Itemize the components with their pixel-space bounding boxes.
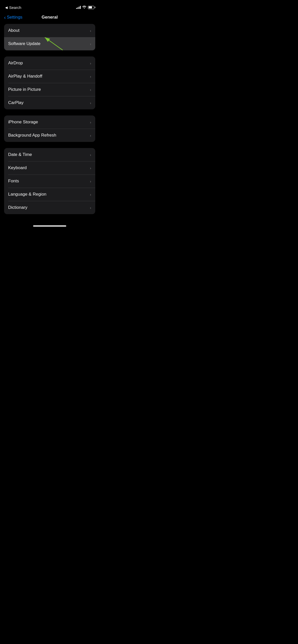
airdrop-chevron-icon: › <box>90 61 91 65</box>
language-region-label: Language & Region <box>8 192 46 197</box>
iphone-storage-row-right: › <box>90 120 91 124</box>
software-update-row[interactable]: Software Update › <box>4 37 95 50</box>
settings-group-4: Date & Time › Keyboard › Fonts › Languag… <box>4 148 95 214</box>
keyboard-row-right: › <box>90 166 91 170</box>
picture-in-picture-label: Picture in Picture <box>8 87 41 92</box>
dictionary-chevron-icon: › <box>90 206 91 210</box>
home-indicator-area <box>0 220 99 229</box>
settings-content: About › Software Update › AirDrop › AirP… <box>0 24 99 214</box>
airdrop-row-right: › <box>90 61 91 65</box>
back-button[interactable]: ‹ Settings <box>4 15 22 20</box>
dictionary-label: Dictionary <box>8 205 28 210</box>
fonts-row[interactable]: Fonts › <box>4 174 95 188</box>
about-row[interactable]: About › <box>4 24 95 37</box>
background-app-refresh-label: Background App Refresh <box>8 133 56 138</box>
airplay-handoff-label: AirPlay & Handoff <box>8 74 42 79</box>
airplay-handoff-row[interactable]: AirPlay & Handoff › <box>4 70 95 83</box>
carplay-row-right: › <box>90 101 91 105</box>
language-region-chevron-icon: › <box>90 192 91 197</box>
keyboard-label: Keyboard <box>8 165 27 170</box>
carplay-row[interactable]: CarPlay › <box>4 96 95 109</box>
airdrop-label: AirDrop <box>8 61 23 66</box>
wifi-icon <box>82 5 86 9</box>
status-indicators <box>76 5 94 9</box>
fonts-chevron-icon: › <box>90 179 91 183</box>
picture-in-picture-row[interactable]: Picture in Picture › <box>4 83 95 96</box>
settings-group-3: iPhone Storage › Background App Refresh … <box>4 115 95 142</box>
page-title: General <box>42 15 58 20</box>
status-back-search: ◀ Search <box>5 5 21 10</box>
about-chevron-icon: › <box>90 28 91 33</box>
iphone-storage-chevron-icon: › <box>90 120 91 124</box>
date-time-chevron-icon: › <box>90 153 91 157</box>
battery-icon <box>88 6 94 9</box>
background-app-refresh-row[interactable]: Background App Refresh › <box>4 129 95 142</box>
chevron-left-icon: ‹ <box>4 15 6 20</box>
back-label: Settings <box>7 15 22 20</box>
software-update-chevron-icon: › <box>90 42 91 46</box>
dictionary-row[interactable]: Dictionary › <box>4 201 95 214</box>
picture-in-picture-row-right: › <box>90 87 91 92</box>
fonts-label: Fonts <box>8 179 19 184</box>
dictionary-row-right: › <box>90 206 91 210</box>
language-region-row[interactable]: Language & Region › <box>4 188 95 201</box>
settings-group-1: About › Software Update › <box>4 24 95 50</box>
date-time-row-right: › <box>90 153 91 157</box>
airplay-handoff-row-right: › <box>90 74 91 79</box>
date-time-row[interactable]: Date & Time › <box>4 148 95 161</box>
home-indicator <box>33 225 66 227</box>
airplay-handoff-chevron-icon: › <box>90 74 91 79</box>
iphone-storage-row[interactable]: iPhone Storage › <box>4 115 95 129</box>
carplay-label: CarPlay <box>8 100 23 105</box>
iphone-storage-label: iPhone Storage <box>8 120 38 125</box>
software-update-row-right: › <box>90 42 91 46</box>
nav-header: ‹ Settings General <box>0 13 99 24</box>
back-chevron-icon: ◀ <box>5 6 8 9</box>
background-app-refresh-row-right: › <box>90 133 91 138</box>
date-time-label: Date & Time <box>8 152 32 157</box>
picture-in-picture-chevron-icon: › <box>90 87 91 92</box>
settings-group-2: AirDrop › AirPlay & Handoff › Picture in… <box>4 56 95 109</box>
status-bar: ◀ Search <box>0 0 99 13</box>
status-search-label: Search <box>9 5 21 10</box>
battery-fill <box>89 6 92 8</box>
language-region-row-right: › <box>90 192 91 197</box>
software-update-label: Software Update <box>8 41 40 46</box>
about-label: About <box>8 28 19 33</box>
carplay-chevron-icon: › <box>90 101 91 105</box>
about-row-right: › <box>90 28 91 33</box>
keyboard-row[interactable]: Keyboard › <box>4 161 95 174</box>
keyboard-chevron-icon: › <box>90 166 91 170</box>
fonts-row-right: › <box>90 179 91 183</box>
background-app-refresh-chevron-icon: › <box>90 133 91 138</box>
airdrop-row[interactable]: AirDrop › <box>4 56 95 70</box>
signal-bars-icon <box>76 6 81 9</box>
